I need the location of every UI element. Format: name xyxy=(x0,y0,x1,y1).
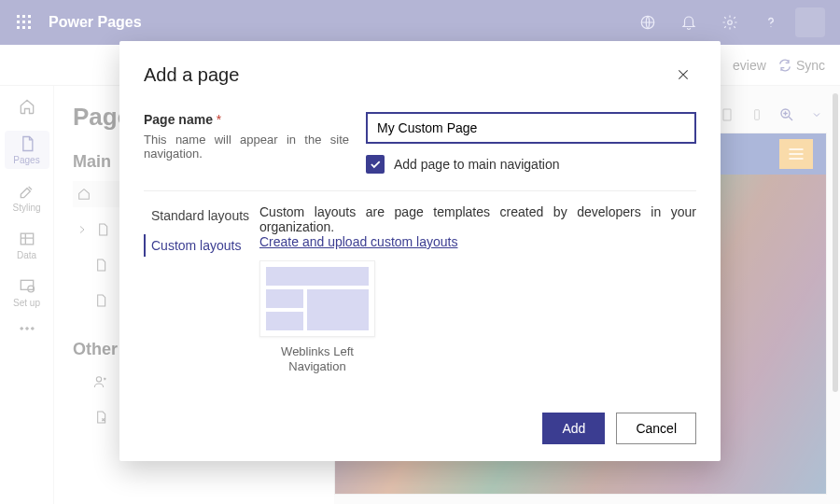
tab-standard-layouts[interactable]: Standard layouts xyxy=(144,204,256,227)
layout-tabs: Standard layouts Custom layouts xyxy=(144,204,256,405)
add-to-nav-checkbox[interactable] xyxy=(366,155,385,174)
template-name: Weblinks Left Navigation xyxy=(259,344,375,373)
add-page-modal: Add a page Page name * This name will ap… xyxy=(119,41,721,461)
page-name-row: Page name * This name will appear in the… xyxy=(144,112,696,191)
required-mark: * xyxy=(217,112,221,127)
page-name-hint: This name will appear in the site naviga… xyxy=(144,133,349,161)
add-button[interactable]: Add xyxy=(542,413,605,444)
layout-section: Standard layouts Custom layouts Custom l… xyxy=(144,204,696,405)
page-name-field-col: Add page to main navigation xyxy=(366,112,696,174)
page-name-label: Page name xyxy=(144,112,213,127)
cancel-button[interactable]: Cancel xyxy=(616,413,696,444)
custom-layout-desc: Custom layouts are page templates create… xyxy=(259,204,696,234)
modal-actions: Add Cancel xyxy=(144,413,696,444)
modal-header: Add a page xyxy=(144,62,696,88)
template-weblinks-left-nav[interactable]: Weblinks Left Navigation xyxy=(259,260,375,373)
close-icon[interactable] xyxy=(670,62,696,88)
add-to-nav-label: Add page to main navigation xyxy=(394,157,559,172)
page-name-label-col: Page name * This name will appear in the… xyxy=(144,112,349,161)
tab-custom-layouts[interactable]: Custom layouts xyxy=(144,234,256,257)
scrollbar[interactable] xyxy=(833,93,838,392)
template-grid: Weblinks Left Navigation xyxy=(259,260,696,373)
add-to-nav-row: Add page to main navigation xyxy=(366,155,696,174)
template-thumb-icon xyxy=(259,260,375,337)
modal-title: Add a page xyxy=(144,64,239,86)
page-name-input[interactable] xyxy=(366,112,696,144)
custom-layout-link[interactable]: Create and upload custom layouts xyxy=(259,234,457,249)
layout-body: Custom layouts are page templates create… xyxy=(259,204,696,405)
